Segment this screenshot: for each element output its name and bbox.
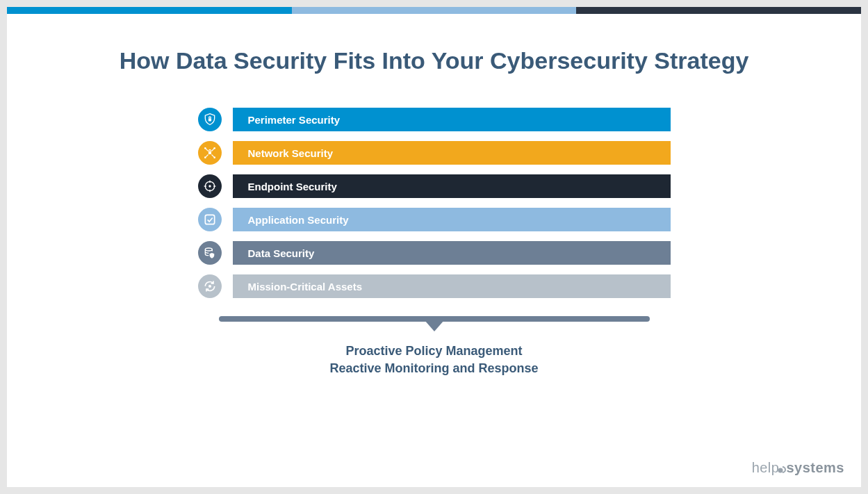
- svg-point-18: [208, 285, 211, 288]
- stripe-segment-2: [292, 7, 577, 14]
- data-shield-icon: [198, 241, 222, 265]
- svg-line-7: [211, 149, 213, 151]
- layer-row: Data Security: [198, 241, 671, 265]
- layer-row: Perimeter Security: [198, 108, 671, 131]
- svg-rect-0: [208, 118, 211, 121]
- svg-rect-16: [205, 215, 214, 224]
- top-stripe: [7, 7, 861, 14]
- bottom-caption: Proactive Policy Management Reactive Mon…: [7, 343, 861, 377]
- layer-label: Endpoint Security: [248, 181, 337, 192]
- svg-point-15: [208, 185, 211, 187]
- layer-bar: Network Security: [233, 141, 671, 165]
- stripe-segment-3: [576, 7, 861, 14]
- svg-point-19: [778, 468, 783, 473]
- shield-lock-icon: [198, 108, 222, 131]
- layer-label: Data Security: [248, 247, 315, 259]
- layer-row: Application Security: [198, 208, 671, 231]
- layer-row: Network Security: [198, 141, 671, 165]
- brand-part-1: help: [752, 460, 780, 476]
- layer-bar: Application Security: [233, 208, 671, 231]
- brand-logo: helpsystems: [752, 460, 844, 476]
- svg-point-17: [205, 248, 212, 251]
- layer-bar: Data Security: [233, 241, 671, 265]
- layer-label: Application Security: [248, 214, 349, 226]
- network-lock-icon: [198, 141, 222, 165]
- rotate-icon: [198, 274, 222, 298]
- stripe-segment-1: [7, 7, 292, 14]
- svg-line-8: [206, 155, 208, 157]
- slide: How Data Security Fits Into Your Cyberse…: [7, 7, 861, 487]
- brand-part-2: systems: [786, 460, 844, 476]
- svg-rect-1: [208, 151, 211, 154]
- security-layers: Perimeter Security Networ: [198, 108, 671, 298]
- target-icon: [198, 174, 222, 198]
- layer-label: Network Security: [248, 147, 334, 159]
- layer-label: Perimeter Security: [248, 114, 341, 126]
- bracket-triangle: [425, 320, 444, 331]
- svg-line-9: [211, 155, 213, 157]
- layer-bar: Endpoint Security: [233, 174, 671, 198]
- bottom-line-1: Proactive Policy Management: [7, 343, 861, 360]
- check-box-icon: [198, 208, 222, 231]
- bracket-arrow: [219, 315, 650, 334]
- layer-row: Endpoint Security: [198, 174, 671, 198]
- svg-line-6: [206, 149, 208, 151]
- slide-title: How Data Security Fits Into Your Cyberse…: [7, 47, 861, 74]
- layer-label: Mission-Critical Assets: [248, 281, 363, 293]
- bottom-line-2: Reactive Monitoring and Response: [7, 360, 861, 377]
- layer-bar: Perimeter Security: [233, 108, 671, 131]
- layer-row: Mission-Critical Assets: [198, 274, 671, 298]
- layer-bar: Mission-Critical Assets: [233, 274, 671, 298]
